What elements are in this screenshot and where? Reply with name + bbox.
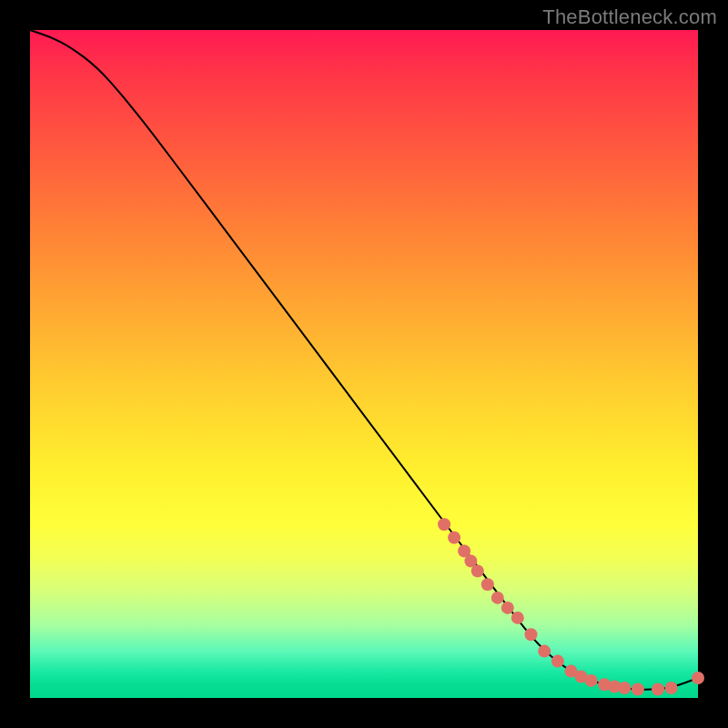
attribution-watermark: TheBottleneck.com [542, 5, 717, 29]
bottleneck-curve [30, 30, 698, 690]
highlight-marker [511, 612, 524, 624]
highlight-marker [501, 602, 514, 614]
highlight-marker [618, 682, 631, 694]
highlight-marker [632, 683, 644, 696]
highlight-marker [448, 531, 460, 544]
plot-area [30, 30, 698, 698]
highlight-marker [491, 592, 504, 604]
highlight-marker [525, 628, 538, 641]
highlight-marker [692, 672, 704, 684]
highlight-marker [585, 674, 598, 687]
highlight-marker [481, 578, 494, 591]
highlight-marker [665, 682, 678, 694]
plot-svg [30, 30, 698, 698]
chart-stage: TheBottleneck.com [0, 0, 728, 728]
highlight-marker [652, 683, 664, 696]
highlight-marker [551, 655, 564, 668]
highlight-marker [438, 518, 450, 531]
highlight-marker [538, 645, 551, 658]
highlight-marker [471, 565, 484, 578]
highlight-markers [438, 518, 704, 695]
